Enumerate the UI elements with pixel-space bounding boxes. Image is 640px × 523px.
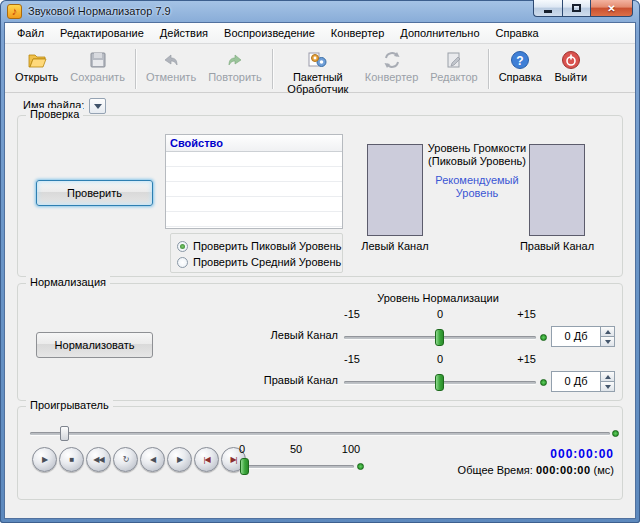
skip-end-icon: ▶| <box>230 455 236 464</box>
right-channel-slider[interactable] <box>344 381 536 384</box>
toolbar-separator <box>135 49 136 89</box>
toolbar-batch-processor-button[interactable]: Пакетный Обработчик <box>277 46 359 95</box>
recommended-level-link[interactable]: Рекомендуемый Уровень <box>416 174 538 200</box>
spin-up-button[interactable] <box>601 371 615 381</box>
titlebar: ♪ Звуковой Нормализатор 7.9 ✕ <box>0 0 640 22</box>
svg-text:?: ? <box>517 54 524 68</box>
rewind-button[interactable]: ◀◀ <box>86 447 111 472</box>
tick-mid: 0 <box>425 308 455 320</box>
check-group: Проверка Проверить Свойство Проверить Пи… <box>17 115 623 277</box>
menu-extra[interactable]: Дополнительно <box>392 25 487 41</box>
check-mode-panel: Проверить Пиковый Уровень Проверить Сред… <box>170 233 343 273</box>
normalize-caption: Уровень Нормализации <box>318 292 558 304</box>
radio-dot-icon <box>177 241 188 252</box>
radio-peak-label: Проверить Пиковый Уровень <box>193 240 342 252</box>
check-button[interactable]: Проверить <box>36 180 153 206</box>
minimize-icon <box>544 10 552 13</box>
volume-up-button[interactable]: ▶ <box>167 447 192 472</box>
total-time-line: Общее Время: 000:00:00 (мс) <box>358 464 614 476</box>
radio-dot-icon <box>177 257 188 268</box>
left-channel-slider-row: -15 0 +15 Левый Канал 0 Дб <box>18 308 622 353</box>
total-time-unit: (мс) <box>594 464 614 476</box>
window-title: Звуковой Нормализатор 7.9 <box>28 5 171 17</box>
volume-tick-0: 0 <box>232 443 252 455</box>
app-window: ♪ Звуковой Нормализатор 7.9 ✕ Файл Редак… <box>0 0 640 523</box>
db-value[interactable]: 0 Дб <box>551 371 601 392</box>
volume-slider[interactable] <box>242 465 354 468</box>
right-db-spinner: 0 Дб <box>551 371 615 392</box>
maximize-icon <box>572 4 581 12</box>
toolbar-redo-button[interactable]: Повторить <box>202 46 268 83</box>
player-buttons: ▶ ■ ◀◀ ↻ ◀ ▶ |◀ ▶| <box>32 447 246 472</box>
table-header-property: Свойство <box>166 135 342 152</box>
skip-start-icon: |◀ <box>203 455 209 464</box>
tick-min: -15 <box>344 353 360 365</box>
filename-combobox[interactable] <box>89 98 106 114</box>
left-channel-slider[interactable] <box>344 336 536 339</box>
tick-min: -15 <box>344 308 360 320</box>
toolbar-editor-button[interactable]: Редактор <box>424 46 483 83</box>
normalize-group: Нормализация Уровень Нормализации Нормал… <box>17 283 623 401</box>
slider-thumb[interactable] <box>435 374 444 391</box>
toolbar-undo-button[interactable]: Отменить <box>140 46 202 83</box>
menu-actions[interactable]: Действия <box>152 25 216 41</box>
seek-thumb[interactable] <box>60 426 69 441</box>
menu-file[interactable]: Файл <box>9 25 52 41</box>
play-button[interactable]: ▶ <box>32 447 57 472</box>
toolbar-help-button[interactable]: ? Справка <box>493 46 548 83</box>
chevron-down-icon <box>94 104 102 109</box>
volume-tick-50: 50 <box>286 443 306 455</box>
minimize-button[interactable] <box>533 0 562 17</box>
slider-end-dot <box>540 334 547 341</box>
menu-edit[interactable]: Редактирование <box>52 25 152 41</box>
table-row <box>166 182 342 197</box>
volume-down-icon: ◀ <box>150 455 155 464</box>
redo-icon <box>225 49 245 71</box>
table-row <box>166 152 342 167</box>
editor-icon <box>444 49 464 71</box>
close-button[interactable]: ✕ <box>590 0 633 17</box>
spin-down-button[interactable] <box>601 336 615 347</box>
toolbar-exit-button[interactable]: Выйти <box>548 46 594 83</box>
batch-processor-icon <box>307 49 329 71</box>
undo-icon <box>161 49 181 71</box>
table-row <box>166 212 342 227</box>
stop-button[interactable]: ■ <box>59 447 84 472</box>
radio-average-label: Проверить Средний Уровень <box>193 256 341 268</box>
table-row <box>166 197 342 212</box>
radio-average-level[interactable]: Проверить Средний Уровень <box>177 254 342 270</box>
skip-start-button[interactable]: |◀ <box>194 447 219 472</box>
rewind-icon: ◀◀ <box>93 455 103 464</box>
maximize-button[interactable] <box>562 0 590 17</box>
menu-playback[interactable]: Воспроизведение <box>216 25 323 41</box>
toolbar-separator <box>272 49 273 89</box>
toolbar-converter-button[interactable]: Конвертер <box>359 46 424 83</box>
slider-thumb[interactable] <box>435 329 444 346</box>
db-value[interactable]: 0 Дб <box>551 326 601 347</box>
app-icon: ♪ <box>7 4 22 19</box>
radio-peak-level[interactable]: Проверить Пиковый Уровень <box>177 238 342 254</box>
right-channel-slider-row: -15 0 +15 Правый Канал 0 Дб <box>18 353 622 398</box>
slider-end-dot <box>612 430 619 437</box>
stop-icon: ■ <box>70 455 74 464</box>
toolbar-open-button[interactable]: Открыть <box>9 46 64 83</box>
spin-up-button[interactable] <box>601 326 615 336</box>
spin-arrows <box>601 371 615 392</box>
menu-converter[interactable]: Конвертер <box>323 25 392 41</box>
converter-icon <box>382 49 402 71</box>
exit-icon <box>561 49 581 71</box>
menu-help[interactable]: Справка <box>488 25 547 41</box>
left-channel-label: Левый Канал <box>343 240 447 252</box>
repeat-button[interactable]: ↻ <box>113 447 138 472</box>
seek-slider[interactable] <box>30 432 610 435</box>
volume-down-button[interactable]: ◀ <box>140 447 165 472</box>
repeat-icon: ↻ <box>123 455 129 464</box>
volume-thumb[interactable] <box>240 458 249 475</box>
spin-arrows <box>601 326 615 347</box>
player-group: Проигрыватель ▶ ■ ◀◀ ↻ ◀ ▶ |◀ ▶| 0 50 10… <box>17 406 623 500</box>
spin-down-button[interactable] <box>601 381 615 392</box>
normalize-group-title: Нормализация <box>26 276 110 289</box>
toolbar-save-button[interactable]: Сохранить <box>64 46 131 83</box>
total-time-value: 000:00:00 <box>536 464 591 476</box>
save-icon <box>88 49 108 71</box>
